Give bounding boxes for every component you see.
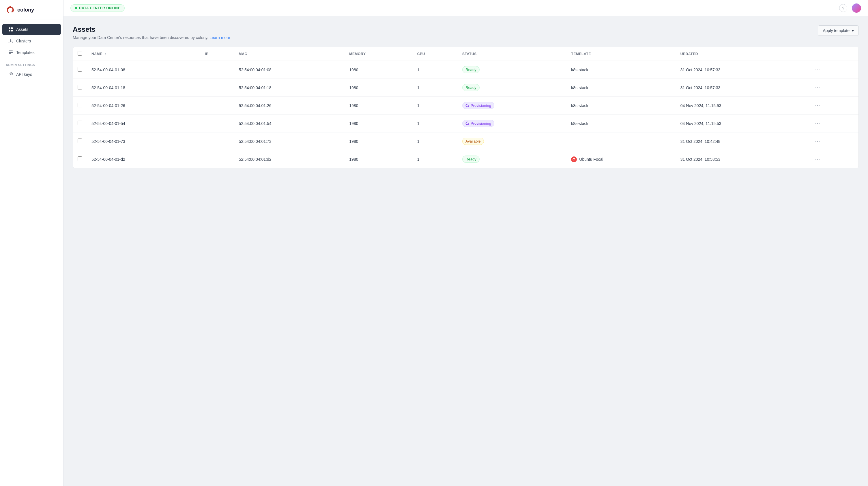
svg-rect-3: [11, 30, 13, 31]
page-content: Assets Manage your Data Center's resourc…: [63, 16, 868, 486]
row-more-button[interactable]: ···: [813, 119, 823, 127]
col-updated: UPDATED: [676, 47, 808, 61]
topbar: DATA CENTER ONLINE ?: [63, 0, 868, 16]
sidebar-item-api-keys[interactable]: API keys: [2, 69, 61, 80]
status-badge: Ready: [462, 156, 479, 163]
row-more-button[interactable]: ···: [813, 137, 823, 146]
row-status: Ready: [458, 150, 566, 168]
row-status: Ready: [458, 61, 566, 79]
row-3-checkbox[interactable]: [78, 121, 82, 125]
svg-line-10: [9, 42, 11, 42]
assets-icon: [8, 27, 13, 32]
status-label: DATA CENTER ONLINE: [79, 6, 120, 10]
sidebar: colony Assets Clusters Templates ADMIN S…: [0, 0, 63, 486]
sidebar-item-templates[interactable]: Templates: [2, 47, 61, 58]
page-header-left: Assets Manage your Data Center's resourc…: [73, 25, 230, 40]
col-template: TEMPLATE: [566, 47, 676, 61]
row-5-checkbox[interactable]: [78, 156, 82, 161]
row-updated: 31 Oct 2024, 10:58:53: [676, 150, 808, 168]
row-more-button[interactable]: ···: [813, 155, 823, 163]
page-subtitle: Manage your Data Center's resources that…: [73, 35, 230, 40]
logo-text: colony: [17, 7, 34, 13]
status-text: Provisioning: [471, 121, 491, 125]
svg-rect-12: [9, 52, 13, 53]
row-mac: 52:54:00:04:01:54: [234, 115, 345, 132]
table-header: NAME ↑ IP MAC MEMORY CPU STATUS TEMPLATE…: [73, 47, 859, 61]
sidebar-item-assets[interactable]: Assets: [2, 24, 61, 35]
sidebar-item-assets-label: Assets: [16, 27, 28, 32]
row-actions-cell: ···: [808, 79, 859, 97]
col-status: STATUS: [458, 47, 566, 61]
template-cell: Ubuntu Focal: [571, 156, 671, 162]
row-cpu: 1: [413, 132, 458, 150]
row-template: Ubuntu Focal: [566, 150, 676, 168]
sidebar-item-clusters[interactable]: Clusters: [2, 35, 61, 47]
row-0-checkbox[interactable]: [78, 67, 82, 71]
row-checkbox-cell: [73, 115, 87, 132]
api-keys-icon: [8, 72, 13, 77]
help-button[interactable]: ?: [839, 4, 847, 12]
row-more-button[interactable]: ···: [813, 83, 823, 92]
row-updated: 31 Oct 2024, 10:57:33: [676, 79, 808, 97]
apply-template-button[interactable]: Apply template ▾: [818, 25, 859, 36]
row-cpu: 1: [413, 97, 458, 115]
table-row: 52-54-00-04-01-1852:54:00:04:01:1819801R…: [73, 79, 859, 97]
col-actions: [808, 47, 859, 61]
col-name: NAME ↑: [87, 47, 200, 61]
row-memory: 1980: [345, 79, 413, 97]
row-actions-cell: ···: [808, 97, 859, 115]
template-cell: k8s-stack: [571, 67, 671, 72]
table-row: 52-54-00-04-01-2652:54:00:04:01:2619801P…: [73, 97, 859, 115]
row-4-checkbox[interactable]: [78, 139, 82, 143]
row-2-checkbox[interactable]: [78, 103, 82, 108]
row-updated: 31 Oct 2024, 10:42:48: [676, 132, 808, 150]
provisioning-spin-icon: [465, 121, 469, 125]
row-name: 52-54-00-04-01-73: [87, 132, 200, 150]
svg-line-9: [11, 42, 12, 42]
select-all-header: [73, 47, 87, 61]
row-cpu: 1: [413, 150, 458, 168]
template-icon: [571, 156, 577, 162]
status-badge: Provisioning: [462, 120, 494, 127]
template-cell: k8s-stack: [571, 103, 671, 108]
col-cpu: CPU: [413, 47, 458, 61]
row-ip: [200, 79, 234, 97]
status-text: Ready: [465, 157, 476, 161]
row-memory: 1980: [345, 150, 413, 168]
learn-more-link[interactable]: Learn more: [210, 35, 230, 40]
table-row: 52-54-00-04-01-d252:54:00:04:01:d219801R…: [73, 150, 859, 168]
col-ip: IP: [200, 47, 234, 61]
row-more-button[interactable]: ···: [813, 101, 823, 110]
svg-point-5: [10, 39, 11, 40]
datacenter-status-badge: DATA CENTER ONLINE: [70, 4, 125, 12]
status-text: Provisioning: [471, 103, 491, 108]
sidebar-item-clusters-label: Clusters: [16, 39, 31, 43]
svg-rect-11: [9, 51, 13, 51]
row-1-checkbox[interactable]: [78, 85, 82, 89]
row-cpu: 1: [413, 115, 458, 132]
row-status: Ready: [458, 79, 566, 97]
col-memory: MEMORY: [345, 47, 413, 61]
row-template: k8s-stack: [566, 61, 676, 79]
select-all-checkbox[interactable]: [78, 51, 82, 56]
status-text: Ready: [465, 67, 476, 72]
row-status: Available: [458, 132, 566, 150]
topbar-right: ?: [839, 3, 861, 13]
row-more-button[interactable]: ···: [813, 65, 823, 74]
status-badge: Ready: [462, 84, 479, 91]
status-dot: [75, 7, 77, 9]
status-text: Available: [465, 139, 481, 144]
table-row: 52-54-00-04-01-5452:54:00:04:01:5419801P…: [73, 115, 859, 132]
template-name: k8s-stack: [571, 121, 588, 126]
user-avatar[interactable]: [852, 3, 861, 13]
apply-template-label: Apply template: [823, 28, 849, 33]
row-updated: 04 Nov 2024, 11:15:53: [676, 115, 808, 132]
assets-table-container: NAME ↑ IP MAC MEMORY CPU STATUS TEMPLATE…: [73, 47, 859, 168]
template-name: k8s-stack: [571, 85, 588, 90]
row-updated: 31 Oct 2024, 10:57:33: [676, 61, 808, 79]
row-mac: 52:54:00:04:01:18: [234, 79, 345, 97]
svg-point-4: [10, 40, 11, 42]
page-title: Assets: [73, 25, 230, 33]
row-template: k8s-stack: [566, 79, 676, 97]
template-name: k8s-stack: [571, 67, 588, 72]
